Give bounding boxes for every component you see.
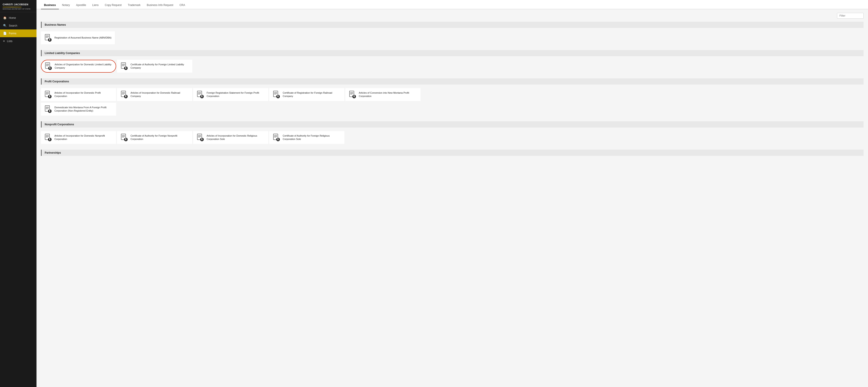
form-label-articles-org-llc: Articles of Organization for Domestic Li… [55,63,113,70]
filter-input[interactable] [837,13,864,19]
doc-icon-profit-2 [120,91,128,98]
tab-business-info-request[interactable]: Business Info Request [144,1,176,9]
svg-rect-96 [49,138,50,140]
forms-grid-partnerships [41,158,864,161]
sidebar-item-home[interactable]: 🏠 Home [0,14,36,22]
forms-grid-profit-corps: Articles of Incorporation for Domestic P… [41,87,864,117]
tab-business[interactable]: Business [41,1,59,9]
doc-icon-profit-1 [44,91,52,98]
svg-rect-36 [49,95,50,96]
section-partnerships: Partnerships [41,150,864,161]
section-header-partnerships: Partnerships [41,150,864,156]
sidebar-item-forms[interactable]: 📄 Forms [0,29,36,37]
form-label-cert-reg-foreign-railroad: Certificate of Registration for Foreign … [283,91,341,98]
tab-apostille[interactable]: Apostille [73,1,89,9]
svg-rect-26 [125,67,126,68]
form-label-foreign-reg-statement: Foreign Registration Statement for Forei… [207,91,265,98]
main-content: Business Notary Apostille Liens Copy Req… [36,0,868,387]
doc-icon-profit-5 [349,91,356,98]
section-llc: Limited Liability Companies [41,50,864,74]
logo-subtitle: MONTANA SECRETARY OF STATE [3,8,34,10]
form-label-articles-inc-railroad: Articles of Incorporation for Domestic R… [130,91,189,98]
logo-divider [3,7,22,7]
section-header-nonprofit-corps: Nonprofit Corporations [41,121,864,127]
tab-cra[interactable]: CRA [176,1,188,9]
svg-rect-79 [354,96,354,97]
content-area: Business Names [36,9,868,387]
form-item-cert-auth-foreign-nonprofit[interactable]: Certificate of Authority for Foreign Non… [117,131,192,144]
svg-rect-106 [125,138,126,140]
svg-rect-89 [50,111,50,112]
doc-icon-nonprofit-2 [120,133,128,142]
form-label-cert-auth-foreign-llc: Certificate of Authority for Foreign Lim… [130,63,189,70]
tab-liens[interactable]: Liens [89,1,102,9]
tab-trademark[interactable]: Trademark [125,1,144,9]
svg-rect-76 [353,95,354,96]
form-item-articles-inc-profit[interactable]: Articles of Incorporation for Domestic P… [41,88,116,101]
form-item-domesticate-montana[interactable]: Domesticate Into Montana From A Foreign … [41,103,116,116]
form-item-cert-reg-foreign-railroad[interactable]: Certificate of Registration for Foreign … [269,88,344,101]
form-item-cert-auth-foreign-religious[interactable]: Certificate of Authority for Foreign Rel… [269,131,344,144]
svg-rect-49 [126,96,126,97]
doc-icon-profit-4 [273,91,280,98]
sidebar: CHRISTI JACOBSEN MONTANA SECRETARY OF ST… [0,0,36,387]
doc-icon-nonprofit-3 [196,133,205,142]
form-label-articles-inc-profit: Articles of Incorporation for Domestic P… [54,91,113,98]
doc-icon-profit-3 [196,91,205,98]
doc-icon-llc-2 [120,62,128,70]
section-header-llc: Limited Liability Companies [41,50,864,56]
svg-rect-29 [126,68,126,69]
form-item-reg-assumed[interactable]: Registration of Assumed Business Name (A… [41,31,115,44]
svg-rect-126 [277,138,278,140]
svg-rect-16 [49,67,51,68]
tab-copy-request[interactable]: Copy Request [102,1,125,9]
svg-rect-46 [125,95,126,96]
form-item-articles-org-llc[interactable]: Articles of Organization for Domestic Li… [41,60,116,72]
sidebar-item-search-label: Search [9,24,17,27]
form-label-articles-inc-nonprofit: Articles of Incorporation for Domestic N… [54,134,113,141]
home-icon: 🏠 [3,16,7,20]
search-icon: 🔍 [3,24,7,27]
form-label-cert-auth-foreign-nonprofit: Certificate of Authority for Foreign Non… [130,134,189,141]
svg-rect-39 [50,96,50,97]
form-item-articles-inc-religious-sole[interactable]: Articles of Incorporation for Domestic R… [193,131,268,144]
lists-icon: ≡ [3,39,5,43]
svg-rect-19 [50,68,51,69]
sidebar-item-lists[interactable]: ≡ Lists [0,37,36,45]
svg-rect-116 [201,138,203,140]
svg-rect-119 [202,140,203,140]
section-nonprofit-corps: Nonprofit Corporations [41,121,864,145]
sidebar-item-lists-label: Lists [7,40,12,43]
form-item-articles-inc-railroad[interactable]: Articles of Incorporation for Domestic R… [117,88,192,101]
form-label-reg-assumed: Registration of Assumed Business Name (A… [54,36,112,39]
form-item-foreign-reg-statement[interactable]: Foreign Registration Statement for Forei… [193,88,268,101]
sidebar-item-forms-label: Forms [9,32,17,35]
svg-rect-109 [126,140,126,140]
tab-notary[interactable]: Notary [59,1,73,9]
logo-area: CHRISTI JACOBSEN MONTANA SECRETARY OF ST… [0,0,36,12]
form-label-articles-conversion: Articles of Conversion into New Montana … [359,91,417,98]
doc-icon-profit-6 [44,105,52,113]
logo-name: CHRISTI JACOBSEN [3,3,34,6]
sidebar-item-search[interactable]: 🔍 Search [0,22,36,29]
svg-rect-6 [49,38,50,40]
doc-icon-nonprofit-4 [273,133,280,142]
doc-icon-llc-1 [44,62,53,70]
sidebar-nav: 🏠 Home 🔍 Search 📄 Forms ≡ Lists [0,12,36,45]
filter-bar [41,13,864,19]
svg-rect-56 [201,95,203,96]
form-item-cert-auth-foreign-llc[interactable]: Certificate of Authority for Foreign Lim… [117,60,192,72]
forms-grid-nonprofit-corps: Articles of Incorporation for Domestic N… [41,130,864,145]
section-header-business-names: Business Names [41,22,864,28]
form-label-articles-inc-religious-sole: Articles of Incorporation for Domestic R… [207,134,265,141]
form-item-articles-inc-nonprofit[interactable]: Articles of Incorporation for Domestic N… [41,131,116,144]
form-item-articles-conversion[interactable]: Articles of Conversion into New Montana … [345,88,421,101]
forms-grid-llc: Articles of Organization for Domestic Li… [41,58,864,74]
svg-rect-66 [277,95,278,96]
svg-rect-59 [202,96,203,97]
section-business-names: Business Names [41,22,864,46]
doc-icon [44,34,52,42]
sidebar-item-home-label: Home [9,17,16,20]
forms-icon: 📄 [3,32,7,35]
svg-rect-69 [278,96,278,97]
